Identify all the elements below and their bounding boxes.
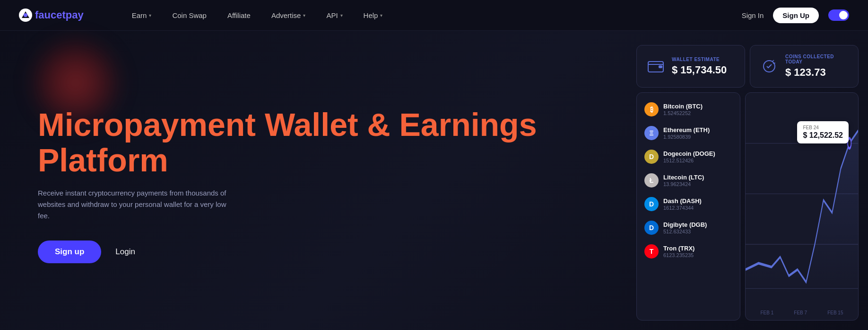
- signup-button[interactable]: Sign Up: [773, 8, 819, 23]
- coin-icon: D: [644, 221, 659, 235]
- coin-name: Ethereum (ETH): [663, 126, 710, 134]
- hero-left: Micropayment Wallet & Earnings Platform …: [0, 31, 632, 330]
- coin-amount: 1612.374344: [663, 205, 702, 211]
- navbar: faucetpay Earn ▾ Coin Swap Affiliate Adv…: [0, 0, 868, 31]
- wallet-icon: [646, 57, 665, 76]
- coin-name: Bitcoin (BTC): [663, 103, 703, 110]
- hero-section: Micropayment Wallet & Earnings Platform …: [0, 31, 868, 330]
- chart-tooltip: FEB 24 $ 12,522.52: [797, 121, 849, 143]
- coins-list: ₿ Bitcoin (BTC) 1.52452252 Ξ Ethereum (E…: [636, 92, 740, 321]
- chevron-down-icon: ▾: [380, 13, 382, 18]
- coins-collected-card: COINS COLLECTED TODAY $ 123.73: [750, 45, 859, 88]
- hero-subtitle: Receive instant cryptocurrency payments …: [38, 187, 227, 222]
- coin-name: Digibyte (DGB): [663, 221, 707, 228]
- coin-amount: 6123.235235: [663, 252, 694, 258]
- coins-info: COINS COLLECTED TODAY $ 123.73: [785, 54, 849, 79]
- coin-name: Dash (DASH): [663, 197, 702, 205]
- coin-amount: 1.52452252: [663, 110, 703, 116]
- coin-icon: Ł: [644, 173, 659, 187]
- nav-item-coinswap[interactable]: Coin Swap: [162, 0, 217, 31]
- wallet-estimate-card: WALLET ESTIMATE $ 15,734.50: [636, 45, 745, 88]
- coin-name: Dogecoin (DOGE): [663, 150, 715, 157]
- tooltip-value: $ 12,522.52: [803, 131, 843, 140]
- nav-item-affiliate[interactable]: Affiliate: [217, 0, 261, 31]
- coin-icon: D: [644, 150, 659, 164]
- stat-cards: WALLET ESTIMATE $ 15,734.50 COINS COLLEC…: [636, 45, 859, 88]
- coin-icon: Ξ: [644, 126, 659, 140]
- svg-point-1: [24, 13, 27, 17]
- coin-icon: D: [644, 197, 659, 211]
- coin-item[interactable]: D Dogecoin (DOGE) 1512.512426: [637, 145, 740, 169]
- coins-label: COINS COLLECTED TODAY: [785, 54, 849, 64]
- hero-signup-button[interactable]: Sign up: [38, 241, 101, 263]
- chart-area: FEB 24 $ 12,522.52: [745, 92, 859, 321]
- signin-button[interactable]: Sign In: [742, 11, 764, 19]
- chevron-down-icon: ▾: [149, 13, 151, 18]
- coin-amount: 13.9623424: [663, 181, 704, 187]
- hero-right: WALLET ESTIMATE $ 15,734.50 COINS COLLEC…: [632, 31, 868, 330]
- wallet-value: $ 15,734.50: [672, 64, 727, 76]
- nav-right: Sign In Sign Up: [742, 8, 849, 23]
- wallet-label: WALLET ESTIMATE: [672, 57, 727, 62]
- chart-label-3: FEB 15: [827, 310, 843, 315]
- logo-text: faucetpay: [35, 9, 84, 21]
- coin-name: Litecoin (LTC): [663, 174, 704, 181]
- coins-icon: [760, 57, 779, 76]
- coins-chart-row: ₿ Bitcoin (BTC) 1.52452252 Ξ Ethereum (E…: [636, 92, 859, 321]
- chart-label-2: FEB 7: [794, 310, 807, 315]
- coin-amount: 1512.512426: [663, 158, 715, 163]
- hero-title: Micropayment Wallet & Earnings Platform: [38, 107, 603, 178]
- chevron-down-icon: ▾: [303, 13, 305, 18]
- logo-icon: [19, 9, 32, 22]
- nav-items: Earn ▾ Coin Swap Affiliate Advertise ▾ A…: [122, 0, 742, 31]
- coin-amount: 512.632433: [663, 229, 707, 234]
- chevron-down-icon: ▾: [340, 13, 343, 18]
- coin-item[interactable]: ₿ Bitcoin (BTC) 1.52452252: [637, 98, 740, 121]
- coin-item[interactable]: D Digibyte (DGB) 512.632433: [637, 216, 740, 240]
- theme-toggle[interactable]: [828, 9, 849, 21]
- hero-buttons: Sign up Login: [38, 241, 603, 263]
- coin-icon: ₿: [644, 102, 659, 116]
- coin-name: Tron (TRX): [663, 245, 694, 252]
- coin-item[interactable]: D Dash (DASH) 1612.374344: [637, 192, 740, 216]
- coin-amount: 1.92580839: [663, 134, 710, 140]
- coins-value: $ 123.73: [785, 66, 849, 79]
- chart-label-1: FEB 1: [761, 310, 774, 315]
- coin-item[interactable]: T Tron (TRX) 6123.235235: [637, 240, 740, 263]
- svg-rect-3: [659, 65, 662, 68]
- nav-item-api[interactable]: API ▾: [316, 0, 353, 31]
- coin-item[interactable]: Ł Litecoin (LTC) 13.9623424: [637, 169, 740, 192]
- coin-item[interactable]: Ξ Ethereum (ETH) 1.92580839: [637, 121, 740, 145]
- nav-item-advertise[interactable]: Advertise ▾: [261, 0, 316, 31]
- coin-icon: T: [644, 244, 659, 259]
- logo[interactable]: faucetpay: [19, 9, 84, 22]
- tooltip-date: FEB 24: [803, 125, 843, 130]
- hero-login-button[interactable]: Login: [115, 247, 135, 257]
- nav-item-earn[interactable]: Earn ▾: [122, 0, 162, 31]
- nav-item-help[interactable]: Help ▾: [353, 0, 393, 31]
- chart-labels: FEB 1 FEB 7 FEB 15: [746, 310, 858, 315]
- wallet-info: WALLET ESTIMATE $ 15,734.50: [672, 57, 727, 76]
- svg-marker-9: [746, 131, 858, 295]
